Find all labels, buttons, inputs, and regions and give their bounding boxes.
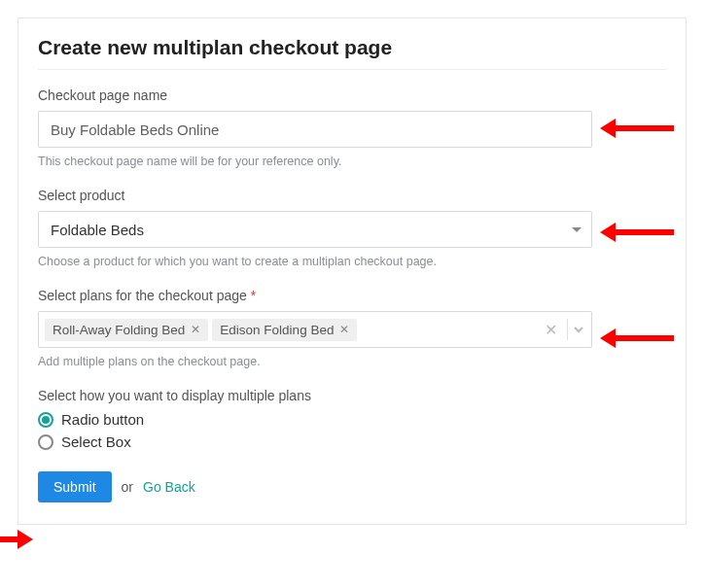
radio-option-label: Radio button [61,411,144,428]
form-actions: Submit or Go Back [38,471,666,502]
plan-chip[interactable]: Roll-Away Folding Bed ✕ [45,319,208,341]
annotation-arrow-icon [0,530,33,549]
clear-all-icon[interactable]: ✕ [539,321,563,339]
plans-label-text: Select plans for the checkout page [38,288,247,303]
remove-chip-icon[interactable]: ✕ [339,323,349,336]
plans-multiselect[interactable]: Roll-Away Folding Bed ✕ Edison Folding B… [38,311,592,348]
product-group: Select product Foldable Beds Choose a pr… [38,188,666,268]
plans-label: Select plans for the checkout page * [38,288,666,303]
chevron-down-icon[interactable] [572,323,585,336]
checkout-name-group: Checkout page name This checkout page na… [38,87,666,168]
product-select[interactable]: Foldable Beds [38,211,592,248]
remove-chip-icon[interactable]: ✕ [191,323,200,336]
radio-option-radiobutton[interactable]: Radio button [38,411,666,428]
radio-icon-selected [38,412,53,428]
page-title: Create new multiplan checkout page [38,36,666,59]
product-select-value: Foldable Beds [51,222,144,238]
or-text: or [122,479,133,495]
go-back-link[interactable]: Go Back [143,479,195,495]
plans-help: Add multiple plans on the checkout page. [38,355,666,368]
product-label: Select product [38,188,666,203]
radio-option-label: Select Box [61,433,131,450]
radio-option-selectbox[interactable]: Select Box [38,433,666,450]
divider [38,69,666,70]
plans-group: Select plans for the checkout page * Rol… [38,288,666,368]
submit-button[interactable]: Submit [38,471,112,502]
radio-icon-unselected [38,434,53,450]
display-label: Select how you want to display multiple … [38,388,666,403]
caret-down-icon [572,227,582,232]
plans-chips: Roll-Away Folding Bed ✕ Edison Folding B… [45,319,539,341]
required-marker: * [251,288,256,303]
plan-chip[interactable]: Edison Folding Bed ✕ [212,319,357,341]
plan-chip-label: Edison Folding Bed [220,323,334,337]
checkout-name-help: This checkout page name will be for your… [38,155,666,168]
product-help: Choose a product for which you want to c… [38,255,666,268]
display-group: Select how you want to display multiple … [38,388,666,450]
checkout-name-input[interactable] [38,111,592,148]
checkout-name-label: Checkout page name [38,87,666,103]
separator [567,319,568,340]
plan-chip-label: Roll-Away Folding Bed [53,323,185,337]
display-radio-group: Radio button Select Box [38,411,666,450]
form-panel: Create new multiplan checkout page Check… [18,17,687,525]
